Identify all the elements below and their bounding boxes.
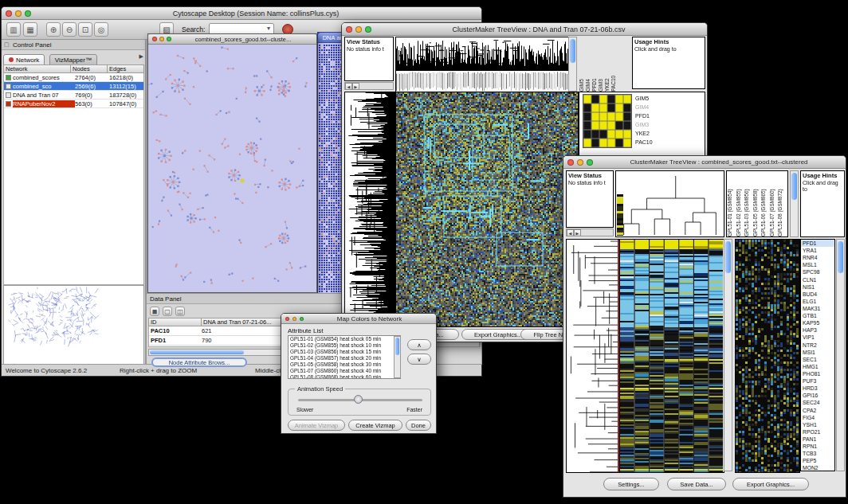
gene-list-item[interactable]: HRD3 <box>801 385 834 392</box>
zoom-selected-icon[interactable]: ◎ <box>94 22 108 37</box>
close-button[interactable] <box>6 10 12 17</box>
minimize-button[interactable] <box>159 37 164 41</box>
network-table-row[interactable]: combined_sco 2569(6) 13112(15) <box>4 82 143 91</box>
done-button[interactable]: Done <box>406 420 431 431</box>
attribute-list-item[interactable]: GPL51-03 (GSM856) heat shock 15 min <box>289 349 400 355</box>
move-up-button[interactable]: ∧ <box>407 339 431 350</box>
row-dendrogram-canvas[interactable] <box>344 92 395 327</box>
heatmap-canvas[interactable] <box>619 239 724 473</box>
attr-delete-icon[interactable]: ◫ <box>175 307 185 316</box>
network-overview-panel[interactable] <box>3 285 144 365</box>
zoom-in-icon[interactable]: ⊕ <box>46 22 61 37</box>
gene-list-item[interactable]: MSI1 <box>801 349 834 356</box>
animate-vizmap-button[interactable]: Animate Vizmap <box>288 420 345 431</box>
gene-list-item[interactable]: MAK31 <box>801 305 834 312</box>
zoom-out-icon[interactable]: ⊖ <box>62 22 77 37</box>
column-dendrogram-canvas[interactable] <box>395 37 569 72</box>
close-button[interactable] <box>346 26 352 33</box>
attribute-list-item[interactable]: GPL51-07 (GSM860) heat shock 40 min <box>289 368 400 374</box>
gene-list-item[interactable]: NIS1 <box>801 283 834 291</box>
gene-list-item[interactable]: CPA2 <box>801 407 834 414</box>
create-vizmap-button[interactable]: Create Vizmap <box>348 420 402 431</box>
gene-list-item[interactable]: GTB1 <box>801 312 834 319</box>
gene-list-item[interactable]: PFD1 <box>801 240 834 247</box>
gene-list-scrollbar[interactable] <box>836 239 845 471</box>
vscroll-thumb[interactable] <box>395 338 399 355</box>
settings-button[interactable]: Settings... <box>603 478 659 490</box>
scroll-left-icon[interactable]: ◀ <box>345 83 352 90</box>
gene-list-item[interactable]: PHO81 <box>801 370 834 377</box>
node-attribute-browser-tab[interactable]: Node Attribute Brows... <box>151 357 247 367</box>
attribute-list-item[interactable]: GPL51-08 (GSM868) heat shock 60 min <box>289 374 400 379</box>
gene-list-item[interactable]: TCB3 <box>801 450 834 457</box>
scroll-right-icon[interactable]: ▶ <box>352 83 359 90</box>
close-button[interactable] <box>567 159 574 166</box>
attribute-list-item[interactable]: GPL51-02 (GSM855) heat shock 10 min <box>289 342 400 349</box>
network-table-row[interactable]: RNAPuberNov2 563(0) 107847(0) <box>4 100 143 108</box>
move-down-button[interactable]: ∨ <box>407 354 431 365</box>
gene-list-item[interactable]: HAP3 <box>801 326 834 334</box>
cytoscape-titlebar[interactable]: Cytoscape Desktop (Session Name: collins… <box>2 7 481 20</box>
scroll-right-icon[interactable]: ▶ <box>574 229 581 236</box>
network-table-row[interactable]: DNA and Tran 07 769(0) 183728(0) <box>4 91 143 100</box>
speed-slider-thumb[interactable] <box>354 395 363 404</box>
treeview2-titlebar[interactable]: ClusterMaker TreeView : combined_scores_… <box>563 156 846 169</box>
zoom-window-button[interactable] <box>167 37 171 41</box>
zoom-window-button[interactable] <box>25 10 31 17</box>
minimize-button[interactable] <box>577 159 583 166</box>
attribute-list-item[interactable]: GPL51-05 (GSM858) heat shock 30 min <box>289 361 400 368</box>
hscroll-thumb[interactable] <box>150 350 244 354</box>
attr-create-icon[interactable]: ▢ <box>163 307 172 316</box>
search-dropdown-icon[interactable]: ▾ <box>267 25 270 32</box>
zoom-window-button[interactable] <box>300 317 304 321</box>
network-table-row[interactable]: combined_scores 2764(0) 16218(0) <box>4 73 143 82</box>
col-edges[interactable]: Edges <box>108 64 143 73</box>
attribute-list-item[interactable]: GPL51-04 (GSM857) heat shock 20 min <box>289 355 400 361</box>
dialog-titlebar[interactable]: Map Colors to Network <box>281 314 436 324</box>
gene-list-item[interactable]: BUD4 <box>801 291 834 298</box>
vscroll-thumb[interactable] <box>725 241 731 273</box>
gene-list-item[interactable]: YSH1 <box>801 421 834 428</box>
view-status-scrollstrip[interactable]: ◀ ▶ <box>566 229 614 236</box>
gene-list-item[interactable]: NTR2 <box>801 342 834 349</box>
scroll-left-icon[interactable]: ◀ <box>567 229 574 236</box>
open-session-icon[interactable]: ▥ <box>6 22 21 37</box>
attr-select-icon[interactable]: ◼ <box>150 307 159 316</box>
zoom-window-button[interactable] <box>365 26 371 33</box>
treeview1-vscrollbar[interactable] <box>568 37 577 92</box>
gene-list-item[interactable]: MON2 <box>801 464 834 471</box>
gene-list-item[interactable]: CLN1 <box>801 276 834 283</box>
tab-overflow-arrow[interactable]: ▶ <box>139 53 143 60</box>
network-view-window[interactable]: combined_scores_good.txt--cluste... <box>147 33 317 293</box>
row-dendrogram-canvas[interactable] <box>566 239 620 473</box>
zoom-fit-icon[interactable]: ⊡ <box>78 22 92 37</box>
gene-list-item[interactable]: SEC1 <box>801 356 834 363</box>
heatmap-vscrollbar[interactable] <box>724 239 732 471</box>
save-data-button[interactable]: Save Data... <box>667 478 726 490</box>
gene-list-item[interactable]: RPN1 <box>801 443 834 450</box>
similarity-matrix-canvas[interactable] <box>583 94 632 148</box>
heatmap-canvas[interactable] <box>395 92 579 327</box>
vscroll-thumb[interactable] <box>838 241 843 273</box>
treeview1-titlebar[interactable]: ClusterMaker TreeView : DNA and Tran 07-… <box>342 23 707 36</box>
gene-list-item[interactable]: RPO21 <box>801 428 834 436</box>
minimize-button[interactable] <box>355 26 362 33</box>
treeview2-top-vscrollbar[interactable] <box>790 170 799 237</box>
gene-list-item[interactable]: PUF3 <box>801 377 834 385</box>
vscroll-thumb[interactable] <box>791 173 797 200</box>
gene-list-item[interactable]: GPI16 <box>801 392 834 399</box>
attribute-list-scrollbar[interactable] <box>394 336 401 378</box>
network-view-titlebar[interactable]: combined_scores_good.txt--cluste... <box>148 34 316 45</box>
network-graph-canvas[interactable] <box>148 45 316 292</box>
gene-list-item[interactable]: RNR4 <box>801 254 834 261</box>
selection-heatmap-canvas[interactable] <box>735 239 800 473</box>
save-session-icon[interactable]: ▦ <box>23 22 37 37</box>
gene-list-item[interactable]: FIG4 <box>801 414 834 421</box>
close-button[interactable] <box>152 37 157 41</box>
column-dendrogram-area[interactable] <box>615 170 724 237</box>
gene-list-item[interactable]: ELG1 <box>801 298 834 305</box>
gene-list-item[interactable]: HMG1 <box>801 363 834 370</box>
gene-list-item[interactable]: SPC98 <box>801 268 834 275</box>
gene-list-item[interactable]: MSL1 <box>801 261 834 268</box>
minimize-button[interactable] <box>292 317 296 321</box>
